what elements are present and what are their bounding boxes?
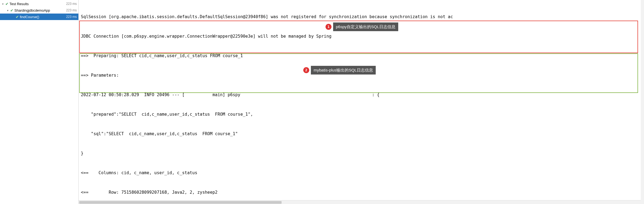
log-line: "sql":"SELECT cid,c_name,user_id,c_statu… <box>81 131 644 137</box>
test-tree-sidebar: ▾ ✔ Test Results 223 ms ▾ ✔ Shardingjdbc… <box>0 0 79 204</box>
log-line: <== Columns: cid, c_name, user_id, c_sta… <box>81 170 644 176</box>
test-class-node[interactable]: ▾ ✔ ShardingjdbcdemoApp 223 ms <box>0 7 78 14</box>
tree-app-label: ShardingjdbcdemoApp <box>14 8 50 12</box>
test-method-node[interactable]: ✔ findCourse() 223 ms <box>0 14 78 20</box>
log-line: SqlSession [org.apache.ibatis.session.de… <box>81 14 644 20</box>
tree-app-time: 223 ms <box>66 8 78 12</box>
console-output[interactable]: SqlSession [org.apache.ibatis.session.de… <box>79 0 644 204</box>
log-line: JDBC Connection [com.p6spy.engine.wrappe… <box>81 33 644 40</box>
callout-1-label: p6spy自定义输出的SQL日志信息 <box>333 22 398 31</box>
horizontal-scrollbar[interactable] <box>79 200 641 204</box>
tree-root-time: 223 ms <box>66 2 78 6</box>
tree-root-label: Test Results <box>9 2 29 6</box>
chevron-down-icon: ▾ <box>1 2 4 5</box>
callout-badge-icon: 1 <box>326 24 331 30</box>
callout-1: 1 p6spy自定义输出的SQL日志信息 <box>326 23 398 31</box>
log-line: } <box>81 150 644 157</box>
pass-icon: ✔ <box>10 8 13 12</box>
test-results-root[interactable]: ▾ ✔ Test Results 223 ms <box>0 1 78 7</box>
pass-icon: ✔ <box>16 15 19 19</box>
tree-method-label: findCourse() <box>20 15 39 19</box>
log-line: <== Row: 751586028099207168, Java2, 2, z… <box>81 189 644 196</box>
log-line: ==> Parameters: <box>81 72 644 79</box>
log-line: ==> Preparing: SELECT cid,c_name,user_id… <box>81 53 644 59</box>
log-line: 2022-07-12 00:50:28.029 INFO 20496 --- [… <box>81 92 644 98</box>
test-runner-panel: ▾ ✔ Test Results 223 ms ▾ ✔ Shardingjdbc… <box>0 0 644 204</box>
vertical-scrollbar[interactable] <box>641 0 644 204</box>
tree-method-time: 223 ms <box>66 15 78 19</box>
log-line: "prepared":"SELECT cid,c_name,user_id,c_… <box>81 111 644 118</box>
chevron-down-icon: ▾ <box>6 9 9 12</box>
pass-icon: ✔ <box>5 2 8 6</box>
